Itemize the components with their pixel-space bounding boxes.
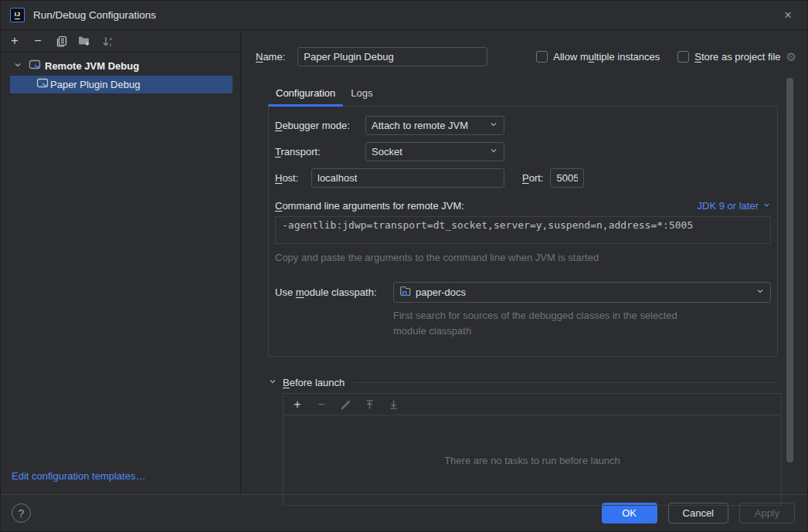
allow-multiple-instances-checkbox[interactable]: Allow multiple instances bbox=[536, 51, 660, 63]
sort-alphabetically-icon[interactable]: az bbox=[100, 33, 115, 49]
debugger-mode-value: Attach to remote JVM bbox=[372, 120, 489, 131]
add-task-button[interactable]: + bbox=[290, 397, 305, 412]
jdk-version-selector[interactable]: JDK 9 or later bbox=[698, 200, 771, 212]
tab-configuration[interactable]: Configuration bbox=[268, 83, 343, 106]
transport-label: Transport: bbox=[275, 146, 365, 158]
remote-jvm-debug-icon bbox=[29, 59, 41, 73]
host-input[interactable] bbox=[311, 168, 504, 188]
configurations-tree: Remote JVM Debug Paper Plugin Debug bbox=[1, 53, 240, 93]
jdk-version-value: JDK 9 or later bbox=[698, 200, 759, 212]
remove-configuration-button[interactable]: − bbox=[30, 33, 46, 49]
edit-task-icon[interactable] bbox=[338, 397, 353, 412]
options-group: Allow multiple instances Store as projec… bbox=[536, 51, 780, 63]
port-label: Port: bbox=[522, 172, 543, 184]
store-as-project-file-label: Store as project file bbox=[694, 51, 780, 63]
chevron-down-icon[interactable] bbox=[268, 377, 277, 388]
module-icon bbox=[399, 286, 411, 299]
debugger-mode-row: Debugger mode: Attach to remote JVM bbox=[275, 116, 771, 135]
add-configuration-button[interactable]: + bbox=[7, 33, 22, 49]
chevron-down-icon bbox=[755, 286, 765, 298]
chevron-down-icon bbox=[489, 146, 498, 158]
intellij-logo-text: IJ bbox=[15, 11, 21, 19]
sidebar-toolbar: + − az bbox=[1, 30, 240, 53]
before-launch-header: Before launch bbox=[268, 377, 778, 388]
command-line-args-field[interactable]: -agentlib:jdwp=transport=dt_socket,serve… bbox=[275, 216, 771, 244]
transport-select[interactable]: Socket bbox=[365, 142, 504, 161]
module-classpath-label: Use module classpath: bbox=[275, 286, 393, 298]
run-debug-configurations-dialog: IJ Run/Debug Configurations × + − az bbox=[0, 0, 808, 532]
args-label-row: Command line arguments for remote JVM: J… bbox=[275, 200, 771, 212]
host-label: Host: bbox=[275, 172, 311, 184]
before-launch-toolbar: + − bbox=[283, 394, 781, 415]
store-settings-gear-icon[interactable]: ⚙ bbox=[786, 50, 796, 64]
checkbox-box[interactable] bbox=[536, 51, 548, 63]
intellij-logo-icon: IJ bbox=[10, 8, 25, 22]
module-classpath-select[interactable]: paper-docs bbox=[393, 282, 771, 303]
move-up-icon[interactable] bbox=[362, 397, 377, 412]
editor-tabs: Configuration Logs bbox=[268, 83, 807, 106]
tab-logs[interactable]: Logs bbox=[343, 83, 380, 106]
before-launch-tasks-box: + − There are no tasks to run before lau… bbox=[283, 393, 782, 506]
dialog-body: + − az bbox=[1, 30, 807, 494]
window-title: Run/Debug Configurations bbox=[33, 9, 156, 21]
host-port-row: Host: Port: bbox=[275, 168, 771, 188]
configurations-sidebar: + − az bbox=[1, 30, 241, 494]
vertical-scrollbar[interactable] bbox=[786, 78, 793, 463]
new-folder-icon[interactable] bbox=[76, 33, 92, 49]
checkbox-box[interactable] bbox=[677, 51, 689, 63]
title-bar: IJ Run/Debug Configurations × bbox=[1, 1, 807, 30]
store-as-project-file-checkbox[interactable]: Store as project file bbox=[677, 51, 780, 63]
svg-text:a: a bbox=[109, 36, 112, 41]
configuration-tab-panel: Debugger mode: Attach to remote JVM Tran… bbox=[268, 106, 778, 357]
section-divider bbox=[354, 382, 778, 383]
chevron-down-icon bbox=[489, 120, 498, 131]
tree-item-paper-plugin-debug[interactable]: Paper Plugin Debug bbox=[10, 76, 233, 93]
chevron-down-icon[interactable] bbox=[13, 60, 22, 72]
transport-value: Socket bbox=[372, 146, 489, 158]
args-hint-text: Copy and paste the arguments to the comm… bbox=[275, 252, 771, 263]
module-classpath-value: paper-docs bbox=[416, 286, 751, 298]
transport-row: Transport: Socket bbox=[275, 142, 771, 161]
svg-text:z: z bbox=[109, 42, 111, 46]
close-icon[interactable]: × bbox=[779, 7, 796, 23]
port-input[interactable] bbox=[550, 168, 584, 188]
copy-configuration-icon[interactable] bbox=[53, 33, 69, 49]
allow-multiple-instances-label: Allow multiple instances bbox=[553, 51, 660, 63]
remote-jvm-debug-icon bbox=[36, 78, 49, 91]
tree-group-label: Remote JVM Debug bbox=[45, 60, 139, 72]
tree-group-remote-jvm-debug[interactable]: Remote JVM Debug bbox=[1, 57, 240, 75]
name-row: Name: Allow multiple instances Store as … bbox=[256, 47, 807, 66]
configuration-editor: Name: Allow multiple instances Store as … bbox=[241, 30, 807, 494]
debugger-mode-label: Debugger mode: bbox=[275, 120, 365, 131]
help-button[interactable]: ? bbox=[12, 503, 31, 523]
command-line-args-label: Command line arguments for remote JVM: bbox=[275, 200, 464, 212]
remove-task-button[interactable]: − bbox=[314, 397, 329, 412]
before-launch-empty-text: There are no tasks to run before launch bbox=[283, 415, 781, 505]
module-classpath-hint: First search for sources of the debugged… bbox=[393, 308, 687, 339]
before-launch-title[interactable]: Before launch bbox=[283, 377, 345, 388]
name-label: Name: bbox=[256, 51, 285, 63]
move-down-icon[interactable] bbox=[385, 397, 401, 412]
debugger-mode-select[interactable]: Attach to remote JVM bbox=[365, 116, 504, 135]
edit-configuration-templates-link[interactable]: Edit configuration templates… bbox=[1, 463, 240, 494]
name-input[interactable] bbox=[297, 47, 487, 66]
chevron-down-icon bbox=[762, 200, 771, 212]
tree-item-label: Paper Plugin Debug bbox=[50, 79, 140, 90]
module-classpath-row: Use module classpath: paper-docs bbox=[275, 282, 771, 303]
